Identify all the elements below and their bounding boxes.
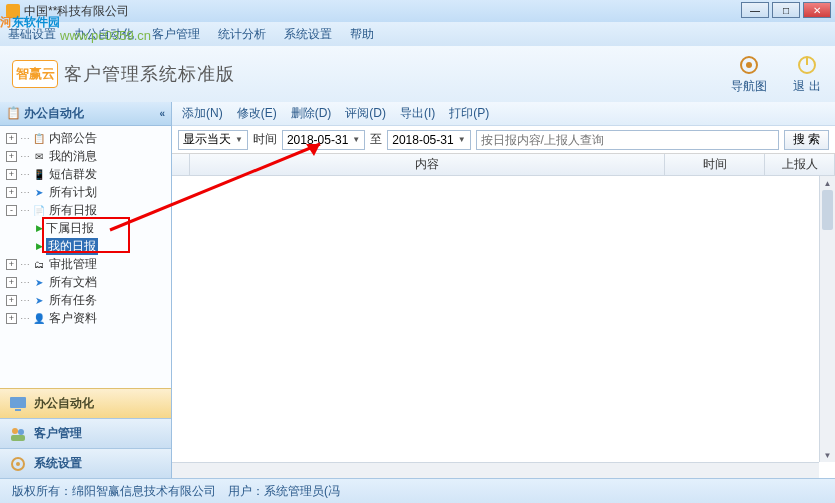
tree-node-tasks[interactable]: +⋯➤所有任务 bbox=[2, 291, 169, 309]
filter-bar: 显示当天▼ 时间 2018-05-31▼ 至 2018-05-31▼ 搜 索 bbox=[172, 126, 835, 154]
menu-stats[interactable]: 统计分析 bbox=[218, 26, 266, 43]
people-icon bbox=[8, 425, 28, 443]
brand-bar: 智赢云 客户管理系统标准版 导航图 退 出 bbox=[0, 46, 835, 102]
to-label: 至 bbox=[370, 131, 382, 148]
chevron-down-icon: ▼ bbox=[352, 135, 360, 144]
range-select[interactable]: 显示当天▼ bbox=[178, 130, 248, 150]
board-icon: 📋 bbox=[32, 132, 46, 144]
search-button[interactable]: 搜 索 bbox=[784, 130, 829, 150]
window-title: 中国**科技有限公司 bbox=[24, 3, 129, 20]
gear-icon bbox=[8, 455, 28, 473]
minimize-button[interactable]: — bbox=[741, 2, 769, 18]
statusbar: 版权所有：绵阳智赢信息技术有限公司 用户：系统管理员(冯 bbox=[0, 478, 835, 503]
menu-office[interactable]: 办公自动化 bbox=[74, 26, 134, 43]
titlebar: 中国**科技有限公司 — □ ✕ bbox=[0, 0, 835, 22]
tb-review[interactable]: 评阅(D) bbox=[345, 105, 386, 122]
tree-node-messages[interactable]: +⋯✉我的消息 bbox=[2, 147, 169, 165]
grid-body[interactable] bbox=[172, 176, 819, 462]
tree-node-docs[interactable]: +⋯➤所有文档 bbox=[2, 273, 169, 291]
scroll-up-icon: ▲ bbox=[820, 176, 835, 190]
toolbar: 添加(N) 修改(E) 删除(D) 评阅(D) 导出(I) 打印(P) bbox=[172, 102, 835, 126]
tree-node-sub-reports[interactable]: ▶下属日报 bbox=[2, 219, 169, 237]
col-content[interactable]: 内容 bbox=[190, 154, 665, 175]
brand-subtitle: 客户管理系统标准版 bbox=[64, 62, 235, 86]
col-reporter[interactable]: 上报人 bbox=[765, 154, 835, 175]
report-icon: 📄 bbox=[32, 204, 46, 216]
app-icon bbox=[6, 4, 20, 18]
sidebar-header[interactable]: 📋 办公自动化 « bbox=[0, 102, 171, 126]
svg-point-6 bbox=[12, 428, 18, 434]
chevron-down-icon: ▼ bbox=[235, 135, 243, 144]
menu-help[interactable]: 帮助 bbox=[350, 26, 374, 43]
svg-rect-4 bbox=[10, 397, 26, 408]
svg-point-10 bbox=[16, 462, 20, 466]
tb-delete[interactable]: 删除(D) bbox=[291, 105, 332, 122]
menubar: 基础设置 办公自动化 客户管理 统计分析 系统设置 帮助 bbox=[0, 22, 835, 46]
nav-system[interactable]: 系统设置 bbox=[0, 448, 171, 478]
person-icon: 👤 bbox=[32, 312, 46, 324]
vertical-scrollbar[interactable]: ▲ ▼ bbox=[819, 176, 835, 462]
nav-customer[interactable]: 客户管理 bbox=[0, 418, 171, 448]
chevron-left-icon: « bbox=[159, 108, 165, 119]
svg-point-7 bbox=[18, 429, 24, 435]
gear-icon bbox=[735, 54, 763, 76]
brand-logo-icon: 智赢云 bbox=[12, 60, 58, 88]
sidebar: 📋 办公自动化 « +⋯📋内部公告 +⋯✉我的消息 +⋯📱短信群发 +⋯➤所有计… bbox=[0, 102, 172, 478]
search-input[interactable] bbox=[476, 130, 779, 150]
svg-rect-8 bbox=[11, 435, 25, 441]
triangle-icon: ▶ bbox=[36, 241, 43, 251]
date-from[interactable]: 2018-05-31▼ bbox=[282, 130, 365, 150]
scroll-down-icon: ▼ bbox=[820, 448, 835, 462]
arrow-icon: ➤ bbox=[32, 276, 46, 288]
close-button[interactable]: ✕ bbox=[803, 2, 831, 18]
tree-node-reports[interactable]: -⋯📄所有日报 bbox=[2, 201, 169, 219]
tree: +⋯📋内部公告 +⋯✉我的消息 +⋯📱短信群发 +⋯➤所有计划 -⋯📄所有日报 … bbox=[0, 126, 171, 388]
arrow-icon: ➤ bbox=[32, 294, 46, 306]
user-label: 用户：系统管理员(冯 bbox=[228, 483, 340, 500]
grid-header: 内容 时间 上报人 bbox=[172, 154, 835, 176]
nav-office[interactable]: 办公自动化 bbox=[0, 388, 171, 418]
maximize-button[interactable]: □ bbox=[772, 2, 800, 18]
tree-node-approval[interactable]: +⋯🗂审批管理 bbox=[2, 255, 169, 273]
tree-node-cust[interactable]: +⋯👤客户资料 bbox=[2, 309, 169, 327]
tb-add[interactable]: 添加(N) bbox=[182, 105, 223, 122]
col-handle[interactable] bbox=[172, 154, 190, 175]
tb-print[interactable]: 打印(P) bbox=[449, 105, 489, 122]
date-to[interactable]: 2018-05-31▼ bbox=[387, 130, 470, 150]
menu-basic[interactable]: 基础设置 bbox=[8, 26, 56, 43]
stamp-icon: 🗂 bbox=[32, 258, 46, 270]
content-area: 添加(N) 修改(E) 删除(D) 评阅(D) 导出(I) 打印(P) 显示当天… bbox=[172, 102, 835, 478]
horizontal-scrollbar[interactable] bbox=[172, 462, 819, 478]
menu-customer[interactable]: 客户管理 bbox=[152, 26, 200, 43]
tree-node-my-reports[interactable]: ▶我的日报 bbox=[2, 237, 169, 255]
nav-map-button[interactable]: 导航图 bbox=[731, 54, 767, 95]
power-icon bbox=[793, 54, 821, 76]
tree-node-sms[interactable]: +⋯📱短信群发 bbox=[2, 165, 169, 183]
tb-export[interactable]: 导出(I) bbox=[400, 105, 435, 122]
tree-node-plans[interactable]: +⋯➤所有计划 bbox=[2, 183, 169, 201]
time-label: 时间 bbox=[253, 131, 277, 148]
monitor-icon bbox=[8, 395, 28, 413]
col-time[interactable]: 时间 bbox=[665, 154, 765, 175]
tb-edit[interactable]: 修改(E) bbox=[237, 105, 277, 122]
svg-rect-5 bbox=[15, 409, 21, 411]
copyright-text: 版权所有：绵阳智赢信息技术有限公司 bbox=[12, 483, 216, 500]
menu-system[interactable]: 系统设置 bbox=[284, 26, 332, 43]
data-grid: 内容 时间 上报人 ▲ ▼ bbox=[172, 154, 835, 478]
mail-icon: ✉ bbox=[32, 150, 46, 162]
tree-node-announce[interactable]: +⋯📋内部公告 bbox=[2, 129, 169, 147]
scrollbar-thumb[interactable] bbox=[822, 190, 833, 230]
arrow-icon: ➤ bbox=[32, 186, 46, 198]
svg-point-1 bbox=[746, 62, 752, 68]
chevron-down-icon: ▼ bbox=[458, 135, 466, 144]
exit-button[interactable]: 退 出 bbox=[793, 54, 821, 95]
sms-icon: 📱 bbox=[32, 168, 46, 180]
triangle-icon: ▶ bbox=[36, 223, 43, 233]
